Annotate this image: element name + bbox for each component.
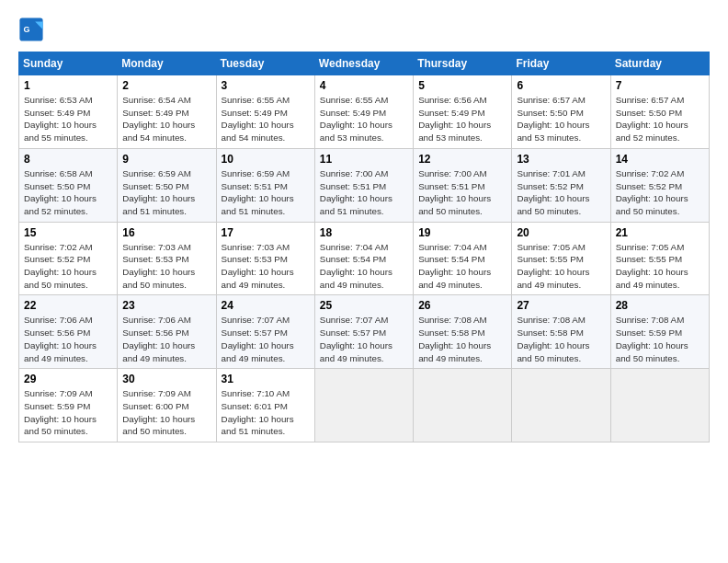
logo-icon: G (18, 17, 44, 42)
day-info: Sunrise: 7:06 AM Sunset: 5:56 PM Dayligh… (24, 314, 112, 364)
page: G SundayMondayTuesdayWednesdayThursdayFr… (0, 0, 728, 452)
day-info: Sunrise: 7:00 AM Sunset: 5:51 PM Dayligh… (320, 167, 408, 218)
day-info: Sunrise: 6:59 AM Sunset: 5:50 PM Dayligh… (122, 167, 210, 218)
day-number: 31 (222, 373, 310, 385)
day-info: Sunrise: 7:05 AM Sunset: 5:55 PM Dayligh… (517, 241, 605, 292)
day-info: Sunrise: 6:57 AM Sunset: 5:50 PM Dayligh… (616, 94, 704, 144)
calendar-cell: 2Sunrise: 6:54 AM Sunset: 5:49 PM Daylig… (118, 75, 216, 149)
day-number: 6 (517, 79, 605, 92)
day-number: 18 (320, 226, 408, 239)
calendar: SundayMondayTuesdayWednesdayThursdayFrid… (18, 52, 710, 442)
day-number: 17 (222, 226, 310, 239)
day-number: 15 (24, 226, 112, 239)
day-info: Sunrise: 7:08 AM Sunset: 5:58 PM Dayligh… (418, 314, 506, 364)
calendar-cell: 1Sunrise: 6:53 AM Sunset: 5:49 PM Daylig… (19, 75, 118, 149)
day-number: 25 (320, 299, 408, 312)
day-number: 23 (122, 299, 210, 312)
day-info: Sunrise: 7:01 AM Sunset: 5:52 PM Dayligh… (517, 167, 605, 218)
weekday-header: SundayMondayTuesdayWednesdayThursdayFrid… (19, 52, 710, 75)
day-number: 13 (517, 153, 605, 166)
day-number: 29 (24, 373, 112, 385)
calendar-cell: 23Sunrise: 7:06 AM Sunset: 5:56 PM Dayli… (118, 295, 216, 369)
day-info: Sunrise: 6:57 AM Sunset: 5:50 PM Dayligh… (517, 94, 605, 144)
day-info: Sunrise: 7:02 AM Sunset: 5:52 PM Dayligh… (616, 167, 704, 218)
weekday-header-cell: Sunday (19, 52, 118, 75)
calendar-cell: 29Sunrise: 7:09 AM Sunset: 5:59 PM Dayli… (19, 369, 118, 442)
calendar-cell (512, 369, 610, 442)
day-info: Sunrise: 7:10 AM Sunset: 6:01 PM Dayligh… (222, 387, 310, 438)
calendar-cell: 7Sunrise: 6:57 AM Sunset: 5:50 PM Daylig… (610, 75, 709, 149)
day-info: Sunrise: 6:53 AM Sunset: 5:49 PM Dayligh… (24, 94, 112, 144)
day-number: 9 (122, 153, 210, 166)
calendar-cell (314, 369, 413, 442)
day-info: Sunrise: 6:56 AM Sunset: 5:49 PM Dayligh… (418, 94, 506, 144)
calendar-cell: 14Sunrise: 7:02 AM Sunset: 5:52 PM Dayli… (610, 148, 709, 222)
calendar-cell: 24Sunrise: 7:07 AM Sunset: 5:57 PM Dayli… (216, 295, 314, 369)
calendar-cell: 8Sunrise: 6:58 AM Sunset: 5:50 PM Daylig… (19, 148, 118, 222)
calendar-cell: 27Sunrise: 7:08 AM Sunset: 5:58 PM Dayli… (512, 295, 610, 369)
day-info: Sunrise: 7:09 AM Sunset: 6:00 PM Dayligh… (122, 387, 210, 438)
day-number: 21 (616, 226, 704, 239)
calendar-cell: 31Sunrise: 7:10 AM Sunset: 6:01 PM Dayli… (216, 369, 314, 442)
calendar-cell: 22Sunrise: 7:06 AM Sunset: 5:56 PM Dayli… (19, 295, 118, 369)
calendar-week-row: 22Sunrise: 7:06 AM Sunset: 5:56 PM Dayli… (19, 295, 710, 369)
calendar-cell: 20Sunrise: 7:05 AM Sunset: 5:55 PM Dayli… (512, 222, 610, 295)
calendar-cell: 10Sunrise: 6:59 AM Sunset: 5:51 PM Dayli… (216, 148, 314, 222)
calendar-cell: 21Sunrise: 7:05 AM Sunset: 5:55 PM Dayli… (610, 222, 709, 295)
day-info: Sunrise: 7:06 AM Sunset: 5:56 PM Dayligh… (122, 314, 210, 364)
calendar-cell: 11Sunrise: 7:00 AM Sunset: 5:51 PM Dayli… (314, 148, 413, 222)
weekday-header-cell: Saturday (610, 52, 709, 75)
day-info: Sunrise: 7:02 AM Sunset: 5:52 PM Dayligh… (24, 241, 112, 292)
day-info: Sunrise: 6:58 AM Sunset: 5:50 PM Dayligh… (24, 167, 112, 218)
calendar-cell: 13Sunrise: 7:01 AM Sunset: 5:52 PM Dayli… (512, 148, 610, 222)
calendar-cell: 5Sunrise: 6:56 AM Sunset: 5:49 PM Daylig… (414, 75, 512, 149)
day-number: 24 (222, 299, 310, 312)
day-number: 4 (320, 79, 408, 92)
day-info: Sunrise: 7:09 AM Sunset: 5:59 PM Dayligh… (24, 387, 112, 438)
calendar-cell (610, 369, 709, 442)
calendar-cell: 16Sunrise: 7:03 AM Sunset: 5:53 PM Dayli… (118, 222, 216, 295)
day-number: 16 (122, 226, 210, 239)
day-info: Sunrise: 7:00 AM Sunset: 5:51 PM Dayligh… (418, 167, 506, 218)
day-number: 19 (418, 226, 506, 239)
day-number: 12 (418, 153, 506, 166)
weekday-header-cell: Monday (118, 52, 216, 75)
day-number: 27 (517, 299, 605, 312)
weekday-header-cell: Thursday (414, 52, 512, 75)
weekday-header-cell: Friday (512, 52, 610, 75)
calendar-cell: 28Sunrise: 7:08 AM Sunset: 5:59 PM Dayli… (610, 295, 709, 369)
weekday-header-cell: Wednesday (314, 52, 413, 75)
day-number: 22 (24, 299, 112, 312)
calendar-week-row: 8Sunrise: 6:58 AM Sunset: 5:50 PM Daylig… (19, 148, 710, 222)
calendar-body: 1Sunrise: 6:53 AM Sunset: 5:49 PM Daylig… (19, 75, 710, 442)
calendar-week-row: 15Sunrise: 7:02 AM Sunset: 5:52 PM Dayli… (19, 222, 710, 295)
day-info: Sunrise: 7:04 AM Sunset: 5:54 PM Dayligh… (320, 241, 408, 292)
day-number: 1 (24, 79, 112, 92)
day-number: 20 (517, 226, 605, 239)
day-info: Sunrise: 6:54 AM Sunset: 5:49 PM Dayligh… (122, 94, 210, 144)
day-number: 7 (616, 79, 704, 92)
calendar-cell: 25Sunrise: 7:07 AM Sunset: 5:57 PM Dayli… (314, 295, 413, 369)
day-number: 11 (320, 153, 408, 166)
day-number: 30 (122, 373, 210, 385)
day-info: Sunrise: 7:07 AM Sunset: 5:57 PM Dayligh… (320, 314, 408, 364)
day-info: Sunrise: 7:05 AM Sunset: 5:55 PM Dayligh… (616, 241, 704, 292)
calendar-cell: 26Sunrise: 7:08 AM Sunset: 5:58 PM Dayli… (414, 295, 512, 369)
day-info: Sunrise: 6:55 AM Sunset: 5:49 PM Dayligh… (222, 94, 310, 144)
day-info: Sunrise: 7:03 AM Sunset: 5:53 PM Dayligh… (222, 241, 310, 292)
day-info: Sunrise: 7:03 AM Sunset: 5:53 PM Dayligh… (122, 241, 210, 292)
calendar-cell (414, 369, 512, 442)
calendar-cell: 17Sunrise: 7:03 AM Sunset: 5:53 PM Dayli… (216, 222, 314, 295)
day-number: 8 (24, 153, 112, 166)
day-number: 3 (222, 79, 310, 92)
day-info: Sunrise: 6:55 AM Sunset: 5:49 PM Dayligh… (320, 94, 408, 144)
day-info: Sunrise: 7:04 AM Sunset: 5:54 PM Dayligh… (418, 241, 506, 292)
calendar-cell: 30Sunrise: 7:09 AM Sunset: 6:00 PM Dayli… (118, 369, 216, 442)
day-info: Sunrise: 7:08 AM Sunset: 5:58 PM Dayligh… (517, 314, 605, 364)
day-info: Sunrise: 7:08 AM Sunset: 5:59 PM Dayligh… (616, 314, 704, 364)
calendar-cell: 12Sunrise: 7:00 AM Sunset: 5:51 PM Dayli… (414, 148, 512, 222)
calendar-week-row: 29Sunrise: 7:09 AM Sunset: 5:59 PM Dayli… (19, 369, 710, 442)
header: G (18, 17, 710, 42)
day-info: Sunrise: 6:59 AM Sunset: 5:51 PM Dayligh… (222, 167, 310, 218)
calendar-cell: 18Sunrise: 7:04 AM Sunset: 5:54 PM Dayli… (314, 222, 413, 295)
